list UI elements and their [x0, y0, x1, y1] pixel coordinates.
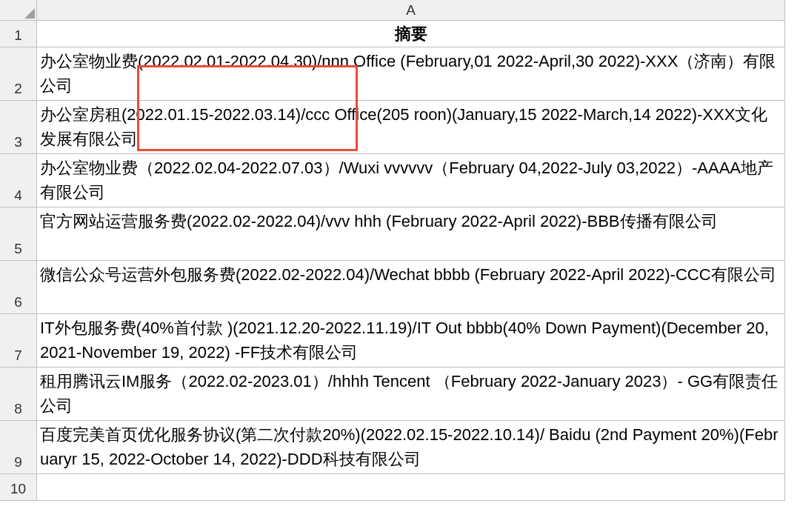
cell-A7[interactable]: IT外包服务费(40%首付款 )(2021.12.20-2022.11.19)/…	[37, 314, 785, 368]
row-header[interactable]: 10	[0, 474, 37, 501]
row-header[interactable]: 2	[0, 47, 37, 101]
cell-A6[interactable]: 微信公众号运营外包服务费(2022.02-2022.04)/Wechat bbb…	[37, 261, 785, 314]
row-header[interactable]: 9	[0, 421, 37, 474]
cell-A5[interactable]: 官方网站运营服务费(2022.02-2022.04)/vvv hhh (Febr…	[37, 207, 785, 261]
row-header[interactable]: 3	[0, 101, 37, 154]
cell-A9[interactable]: 百度完美首页优化服务协议(第二次付款20%)(2022.02.15-2022.1…	[37, 421, 785, 474]
row-header[interactable]: 1	[0, 21, 37, 47]
row-header[interactable]: 8	[0, 368, 37, 421]
column-header-A[interactable]: A	[37, 0, 785, 21]
cell-A10[interactable]	[37, 474, 785, 501]
cell-A8[interactable]: 租用腾讯云IM服务（2022.02-2023.01）/hhhh Tencent …	[37, 368, 785, 421]
cell-A3[interactable]: 办公室房租(2022.01.15-2022.03.14)/ccc Office(…	[37, 101, 785, 154]
select-all-corner[interactable]	[0, 0, 37, 21]
row-header[interactable]: 6	[0, 261, 37, 314]
row-header[interactable]: 7	[0, 314, 37, 368]
row-header[interactable]: 4	[0, 154, 37, 207]
cell-A4[interactable]: 办公室物业费（2022.02.04-2022.07.03）/Wuxi vvvvv…	[37, 154, 785, 207]
cell-A2[interactable]: 办公室物业费(2022.02.01-2022.04.30)/nnn Office…	[37, 47, 785, 101]
cell-A1[interactable]: 摘要	[37, 21, 785, 47]
row-header[interactable]: 5	[0, 207, 37, 261]
spreadsheet-grid: A 1 摘要 2 办公室物业费(2022.02.01-2022.04.30)/n…	[0, 0, 800, 501]
